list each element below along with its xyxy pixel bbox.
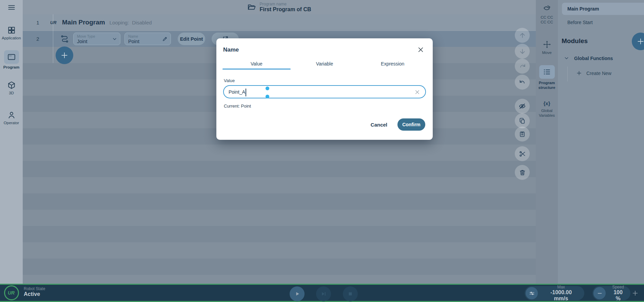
- program-window-icon: [7, 53, 16, 61]
- selection-handle-top[interactable]: [266, 87, 269, 90]
- pencil-icon: [162, 36, 168, 42]
- program-row-main[interactable]: 1 UR Main Program Looping: Disabled: [23, 14, 536, 31]
- modules-heading: Modules: [562, 37, 588, 45]
- rail-item-program-structure[interactable]: Program structure: [536, 65, 558, 90]
- sliders-icon: [529, 290, 535, 297]
- tab-variable[interactable]: Variable: [291, 58, 359, 70]
- looping-label: Looping:: [110, 20, 129, 25]
- confirm-button[interactable]: Confirm: [397, 118, 425, 131]
- value-input-wrapper: [223, 85, 426, 98]
- copy-button[interactable]: [515, 113, 530, 128]
- sidebar-item-label: Application: [0, 36, 23, 40]
- program-name-label: Program name: [259, 2, 311, 6]
- row-number-divider: [53, 14, 53, 63]
- global-functions-label: Global Functions: [574, 56, 613, 61]
- redo-button[interactable]: [515, 59, 530, 74]
- speed-value: 100 %: [610, 289, 626, 302]
- person-icon: [7, 111, 16, 119]
- create-new-function-button[interactable]: Create New: [576, 70, 611, 76]
- panel-item-main-program[interactable]: Main Program: [562, 3, 644, 15]
- rail-hand-label-line1: CC CC: [536, 15, 558, 20]
- create-new-label: Create New: [586, 71, 611, 76]
- hamburger-menu-button[interactable]: [7, 3, 16, 12]
- selection-handle-bottom[interactable]: [266, 95, 269, 98]
- svg-text:UR: UR: [50, 20, 57, 25]
- point-name-field[interactable]: Name Point: [124, 33, 171, 45]
- rail-program-structure-label: Program structure: [536, 80, 558, 90]
- tab-value[interactable]: Value: [222, 58, 291, 70]
- eye-off-icon: [519, 102, 526, 110]
- rail-move-label: Move: [536, 51, 558, 55]
- point-name-label: Name: [128, 34, 167, 38]
- dialog-tabs: Value Variable Expression: [222, 58, 427, 70]
- paste-button[interactable]: [515, 127, 530, 141]
- minus-icon: [597, 290, 603, 297]
- name-dialog: Name Value Variable Expression Value Cur…: [216, 38, 433, 140]
- redo-icon: [519, 63, 526, 70]
- robot-state-block[interactable]: Robot State Active: [24, 286, 45, 297]
- speed-control[interactable]: Speed 100 %: [592, 286, 630, 300]
- max-label: Max: [543, 285, 580, 289]
- clear-input-button[interactable]: [414, 89, 421, 95]
- close-icon: [417, 46, 425, 54]
- undo-button[interactable]: [515, 75, 530, 90]
- looping-value: Disabled: [132, 20, 152, 25]
- sidebar-item-program[interactable]: Program: [0, 50, 23, 69]
- rail-global-variables-label: Global Variables: [536, 108, 558, 118]
- global-functions-row[interactable]: Global Functions: [564, 55, 613, 61]
- rail-item-hand-guide[interactable]: CC CC CC CC: [536, 4, 558, 25]
- speed-label: Speed: [610, 285, 626, 289]
- speed-settings-button[interactable]: [526, 287, 538, 299]
- move-up-button[interactable]: [515, 28, 530, 43]
- delete-button[interactable]: [515, 165, 530, 180]
- row-number: 1: [23, 20, 53, 25]
- tab-expression[interactable]: Expression: [358, 58, 427, 70]
- panel-before-start-label: Before Start: [567, 20, 593, 25]
- hamburger-icon: [7, 3, 16, 12]
- cube-icon: [7, 81, 16, 90]
- rail-item-global-variables[interactable]: {x} Global Variables: [536, 100, 558, 118]
- panel-main-program-label: Main Program: [567, 6, 599, 12]
- ur-logo-badge: UR: [4, 285, 19, 300]
- play-icon: [294, 290, 300, 297]
- step-button[interactable]: [316, 286, 331, 301]
- current-value-text: Current: Point: [224, 103, 251, 109]
- sidebar-item-application[interactable]: Application: [0, 26, 23, 40]
- speed-increase-button[interactable]: [631, 289, 639, 297]
- add-node-button[interactable]: [56, 46, 73, 64]
- cut-button[interactable]: [515, 146, 530, 161]
- row-number: 2: [23, 36, 53, 42]
- clear-x-icon: [414, 89, 421, 95]
- chevron-down-icon: [564, 55, 569, 61]
- grid-icon: [7, 26, 16, 35]
- undo-icon: [519, 79, 526, 86]
- move-type-dropdown[interactable]: Move Type Joint: [73, 33, 120, 45]
- robot-state-value: Active: [24, 291, 45, 297]
- edit-point-label: Edit Point: [180, 36, 203, 42]
- plus-icon: [60, 51, 69, 60]
- sidebar-item-3d[interactable]: 3D: [0, 81, 23, 95]
- main-program-title: Main Program: [62, 19, 105, 26]
- chevron-down-icon: [112, 36, 117, 42]
- program-name-value[interactable]: First Program of CB: [259, 6, 311, 13]
- move-type-value: Joint: [77, 39, 117, 44]
- point-name-value: Point: [128, 39, 167, 44]
- speed-decrease-button[interactable]: [593, 287, 606, 299]
- value-input[interactable]: [224, 86, 425, 98]
- plus-icon: [576, 70, 582, 76]
- hide-node-button[interactable]: [515, 99, 530, 114]
- dialog-close-button[interactable]: [417, 46, 425, 54]
- play-button[interactable]: [290, 286, 305, 301]
- move-down-button[interactable]: [515, 44, 530, 59]
- edit-point-button[interactable]: Edit Point: [178, 33, 205, 45]
- plus-icon: [631, 289, 639, 297]
- active-rail-highlight: [539, 65, 555, 79]
- sidebar-item-label: 3D: [0, 91, 23, 95]
- tree-indent-guide: [567, 67, 568, 81]
- rail-item-move[interactable]: Move: [536, 40, 558, 55]
- max-speed-control[interactable]: Max -1000.00 mm/s: [525, 286, 584, 300]
- panel-item-before-start[interactable]: Before Start: [567, 20, 593, 25]
- stop-button[interactable]: [343, 286, 358, 301]
- sidebar-item-operator[interactable]: Operator: [0, 111, 23, 125]
- cancel-button[interactable]: Cancel: [371, 122, 387, 128]
